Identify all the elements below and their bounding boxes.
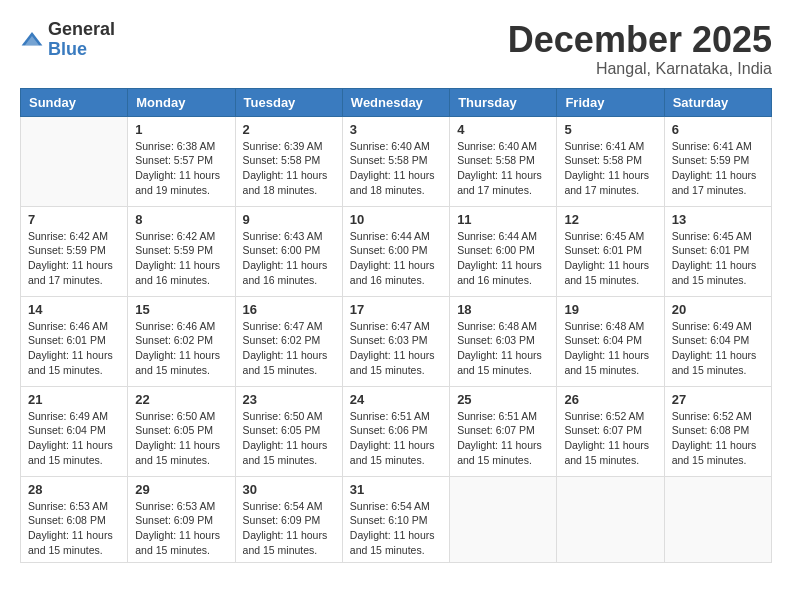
day-info: Sunrise: 6:53 AMSunset: 6:09 PMDaylight:… [135, 499, 227, 558]
day-info: Sunrise: 6:40 AMSunset: 5:58 PMDaylight:… [457, 139, 549, 198]
day-info: Sunrise: 6:48 AMSunset: 6:04 PMDaylight:… [564, 319, 656, 378]
day-number: 4 [457, 122, 549, 137]
calendar-cell: 22Sunrise: 6:50 AMSunset: 6:05 PMDayligh… [128, 386, 235, 476]
day-number: 29 [135, 482, 227, 497]
day-number: 5 [564, 122, 656, 137]
day-number: 10 [350, 212, 442, 227]
calendar-header-sunday: Sunday [21, 88, 128, 116]
day-info: Sunrise: 6:51 AMSunset: 6:07 PMDaylight:… [457, 409, 549, 468]
day-info: Sunrise: 6:42 AMSunset: 5:59 PMDaylight:… [135, 229, 227, 288]
calendar-header-friday: Friday [557, 88, 664, 116]
day-info: Sunrise: 6:50 AMSunset: 6:05 PMDaylight:… [135, 409, 227, 468]
day-number: 20 [672, 302, 764, 317]
calendar-cell: 11Sunrise: 6:44 AMSunset: 6:00 PMDayligh… [450, 206, 557, 296]
day-info: Sunrise: 6:49 AMSunset: 6:04 PMDaylight:… [672, 319, 764, 378]
calendar-cell: 12Sunrise: 6:45 AMSunset: 6:01 PMDayligh… [557, 206, 664, 296]
calendar-week-4: 21Sunrise: 6:49 AMSunset: 6:04 PMDayligh… [21, 386, 772, 476]
day-number: 16 [243, 302, 335, 317]
calendar-cell [450, 476, 557, 563]
day-number: 14 [28, 302, 120, 317]
calendar-cell: 10Sunrise: 6:44 AMSunset: 6:00 PMDayligh… [342, 206, 449, 296]
day-number: 31 [350, 482, 442, 497]
day-info: Sunrise: 6:39 AMSunset: 5:58 PMDaylight:… [243, 139, 335, 198]
calendar-cell: 4Sunrise: 6:40 AMSunset: 5:58 PMDaylight… [450, 116, 557, 206]
day-number: 17 [350, 302, 442, 317]
calendar-header-saturday: Saturday [664, 88, 771, 116]
day-number: 9 [243, 212, 335, 227]
day-info: Sunrise: 6:41 AMSunset: 5:59 PMDaylight:… [672, 139, 764, 198]
day-number: 2 [243, 122, 335, 137]
day-number: 3 [350, 122, 442, 137]
calendar-cell: 21Sunrise: 6:49 AMSunset: 6:04 PMDayligh… [21, 386, 128, 476]
day-number: 21 [28, 392, 120, 407]
day-info: Sunrise: 6:43 AMSunset: 6:00 PMDaylight:… [243, 229, 335, 288]
calendar-cell: 17Sunrise: 6:47 AMSunset: 6:03 PMDayligh… [342, 296, 449, 386]
calendar-cell [664, 476, 771, 563]
day-info: Sunrise: 6:52 AMSunset: 6:07 PMDaylight:… [564, 409, 656, 468]
day-number: 18 [457, 302, 549, 317]
day-info: Sunrise: 6:46 AMSunset: 6:02 PMDaylight:… [135, 319, 227, 378]
day-info: Sunrise: 6:40 AMSunset: 5:58 PMDaylight:… [350, 139, 442, 198]
calendar-cell: 9Sunrise: 6:43 AMSunset: 6:00 PMDaylight… [235, 206, 342, 296]
day-info: Sunrise: 6:45 AMSunset: 6:01 PMDaylight:… [672, 229, 764, 288]
day-info: Sunrise: 6:41 AMSunset: 5:58 PMDaylight:… [564, 139, 656, 198]
calendar-cell: 28Sunrise: 6:53 AMSunset: 6:08 PMDayligh… [21, 476, 128, 563]
calendar-week-1: 1Sunrise: 6:38 AMSunset: 5:57 PMDaylight… [21, 116, 772, 206]
calendar-cell: 1Sunrise: 6:38 AMSunset: 5:57 PMDaylight… [128, 116, 235, 206]
month-title: December 2025 [508, 20, 772, 60]
calendar-cell: 5Sunrise: 6:41 AMSunset: 5:58 PMDaylight… [557, 116, 664, 206]
calendar-cell: 2Sunrise: 6:39 AMSunset: 5:58 PMDaylight… [235, 116, 342, 206]
logo-blue: Blue [48, 40, 115, 60]
calendar-cell: 23Sunrise: 6:50 AMSunset: 6:05 PMDayligh… [235, 386, 342, 476]
day-number: 28 [28, 482, 120, 497]
day-number: 19 [564, 302, 656, 317]
calendar-table: SundayMondayTuesdayWednesdayThursdayFrid… [20, 88, 772, 564]
day-number: 13 [672, 212, 764, 227]
calendar-cell: 31Sunrise: 6:54 AMSunset: 6:10 PMDayligh… [342, 476, 449, 563]
title-area: December 2025 Hangal, Karnataka, India [508, 20, 772, 78]
day-number: 8 [135, 212, 227, 227]
day-info: Sunrise: 6:53 AMSunset: 6:08 PMDaylight:… [28, 499, 120, 558]
calendar-cell [557, 476, 664, 563]
calendar-header-wednesday: Wednesday [342, 88, 449, 116]
calendar-header-monday: Monday [128, 88, 235, 116]
day-info: Sunrise: 6:52 AMSunset: 6:08 PMDaylight:… [672, 409, 764, 468]
calendar-cell: 14Sunrise: 6:46 AMSunset: 6:01 PMDayligh… [21, 296, 128, 386]
calendar-cell: 6Sunrise: 6:41 AMSunset: 5:59 PMDaylight… [664, 116, 771, 206]
calendar-cell: 8Sunrise: 6:42 AMSunset: 5:59 PMDaylight… [128, 206, 235, 296]
day-number: 11 [457, 212, 549, 227]
day-info: Sunrise: 6:44 AMSunset: 6:00 PMDaylight:… [457, 229, 549, 288]
day-number: 7 [28, 212, 120, 227]
calendar-cell: 15Sunrise: 6:46 AMSunset: 6:02 PMDayligh… [128, 296, 235, 386]
logo-general: General [48, 20, 115, 40]
calendar-cell: 25Sunrise: 6:51 AMSunset: 6:07 PMDayligh… [450, 386, 557, 476]
calendar-header-row: SundayMondayTuesdayWednesdayThursdayFrid… [21, 88, 772, 116]
day-number: 25 [457, 392, 549, 407]
calendar-header-tuesday: Tuesday [235, 88, 342, 116]
day-number: 22 [135, 392, 227, 407]
page-header: General Blue December 2025 Hangal, Karna… [20, 20, 772, 78]
day-number: 24 [350, 392, 442, 407]
day-info: Sunrise: 6:47 AMSunset: 6:03 PMDaylight:… [350, 319, 442, 378]
calendar-cell: 3Sunrise: 6:40 AMSunset: 5:58 PMDaylight… [342, 116, 449, 206]
calendar-cell: 29Sunrise: 6:53 AMSunset: 6:09 PMDayligh… [128, 476, 235, 563]
day-number: 12 [564, 212, 656, 227]
location: Hangal, Karnataka, India [508, 60, 772, 78]
day-info: Sunrise: 6:54 AMSunset: 6:10 PMDaylight:… [350, 499, 442, 558]
day-number: 26 [564, 392, 656, 407]
calendar-week-2: 7Sunrise: 6:42 AMSunset: 5:59 PMDaylight… [21, 206, 772, 296]
calendar-cell: 16Sunrise: 6:47 AMSunset: 6:02 PMDayligh… [235, 296, 342, 386]
day-info: Sunrise: 6:45 AMSunset: 6:01 PMDaylight:… [564, 229, 656, 288]
day-info: Sunrise: 6:44 AMSunset: 6:00 PMDaylight:… [350, 229, 442, 288]
calendar-cell: 30Sunrise: 6:54 AMSunset: 6:09 PMDayligh… [235, 476, 342, 563]
calendar-cell: 19Sunrise: 6:48 AMSunset: 6:04 PMDayligh… [557, 296, 664, 386]
day-info: Sunrise: 6:51 AMSunset: 6:06 PMDaylight:… [350, 409, 442, 468]
logo: General Blue [20, 20, 115, 60]
day-number: 15 [135, 302, 227, 317]
day-number: 6 [672, 122, 764, 137]
day-info: Sunrise: 6:50 AMSunset: 6:05 PMDaylight:… [243, 409, 335, 468]
calendar-cell: 26Sunrise: 6:52 AMSunset: 6:07 PMDayligh… [557, 386, 664, 476]
day-info: Sunrise: 6:46 AMSunset: 6:01 PMDaylight:… [28, 319, 120, 378]
calendar-cell: 7Sunrise: 6:42 AMSunset: 5:59 PMDaylight… [21, 206, 128, 296]
calendar-cell [21, 116, 128, 206]
